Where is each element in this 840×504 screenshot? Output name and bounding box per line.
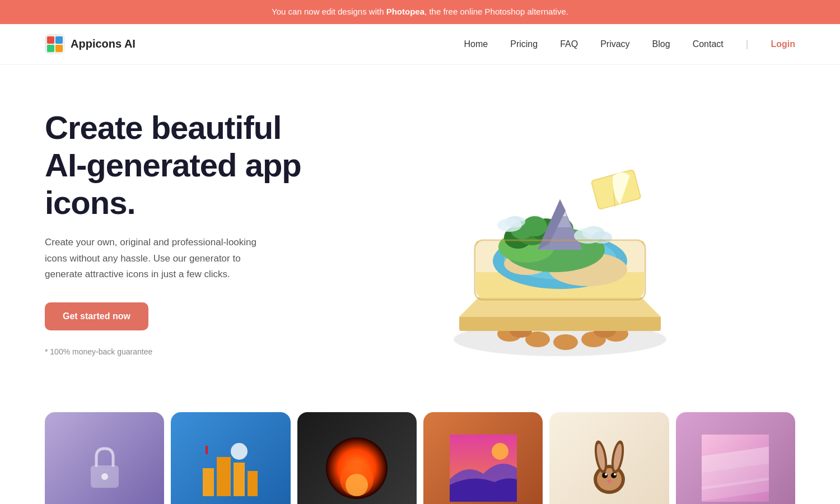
nav-divider: |: [746, 38, 749, 49]
hero-illustration: [426, 99, 694, 367]
hero-title-line1: Create beautiful: [45, 109, 281, 146]
sun-icon: [323, 435, 390, 502]
abstract-icon: [702, 435, 769, 502]
icon-card-5: [549, 412, 669, 505]
icons-strip: [0, 412, 840, 505]
svg-point-41: [346, 474, 368, 496]
icon-inner-2: [171, 412, 290, 505]
nav-link-privacy[interactable]: Privacy: [600, 39, 629, 49]
icon-card-3: [297, 412, 417, 505]
city-icon: [197, 435, 264, 502]
nav-link-blog[interactable]: Blog: [652, 39, 670, 49]
hero-left: Create beautiful AI-generated app icons.…: [45, 109, 325, 356]
money-back-text: * 100% money-back guarantee: [45, 347, 325, 356]
logo-text: Appicons AI: [71, 38, 136, 50]
svg-point-37: [231, 443, 248, 460]
hero-title-line2: AI-generated app icons.: [45, 147, 301, 221]
svg-point-32: [101, 473, 108, 480]
nav-link-home[interactable]: Home: [464, 39, 488, 49]
svg-point-51: [611, 473, 617, 478]
svg-rect-35: [234, 463, 245, 496]
bunny-icon: [581, 437, 637, 499]
logo-icon-cell: [47, 36, 54, 44]
icon-card-4: [423, 412, 543, 505]
svg-rect-38: [206, 446, 208, 454]
nav-link-pricing[interactable]: Pricing: [510, 39, 538, 49]
logo-icon-cell: [47, 45, 54, 52]
logo-icon: [45, 34, 65, 54]
banner-text-before: You can now edit designs with: [272, 7, 386, 16]
icon-card-2: [171, 412, 290, 505]
svg-point-43: [492, 443, 508, 460]
landscape-icon: [450, 435, 517, 502]
cta-button[interactable]: Get started now: [45, 302, 148, 330]
svg-rect-34: [217, 457, 231, 496]
svg-point-26: [497, 218, 522, 232]
svg-rect-36: [248, 471, 258, 496]
navbar: Appicons AI Home Pricing FAQ Privacy Blo…: [0, 24, 840, 65]
hero-subtitle: Create your own, original and profession…: [45, 235, 280, 282]
nav-links: Home Pricing FAQ Privacy Blog Contact | …: [464, 38, 795, 50]
svg-point-52: [605, 473, 607, 475]
hero-right: [325, 99, 795, 367]
nav-link-contact[interactable]: Contact: [693, 39, 724, 49]
icon-inner-6: [676, 412, 795, 505]
svg-point-21: [522, 216, 547, 236]
hero-title: Create beautiful AI-generated app icons.: [45, 109, 325, 221]
nav-link-faq[interactable]: FAQ: [560, 39, 578, 49]
svg-point-50: [602, 473, 608, 478]
icon-inner-4: [423, 412, 543, 505]
nav-link-login[interactable]: Login: [771, 39, 795, 49]
banner-text-after: , the free online Photoshop alternative.: [424, 7, 568, 16]
svg-point-53: [614, 473, 616, 475]
icon-card-6: [676, 412, 795, 505]
top-banner: You can now edit designs with Photopea, …: [0, 0, 840, 24]
logo-link[interactable]: Appicons AI: [45, 34, 136, 54]
icon-inner-3: [297, 412, 417, 505]
icon-inner-5: [549, 412, 669, 505]
icon-card-1: [45, 412, 164, 505]
hero-section: Create beautiful AI-generated app icons.…: [0, 65, 840, 412]
svg-point-3: [553, 334, 578, 350]
icon-inner-1: [45, 412, 164, 505]
svg-point-24: [592, 231, 612, 244]
banner-highlight: Photopea: [386, 7, 424, 16]
svg-rect-8: [459, 317, 661, 331]
logo-icon-cell: [55, 36, 63, 44]
lock-icon: [82, 440, 127, 496]
logo-icon-cell: [55, 45, 63, 52]
svg-point-54: [607, 479, 612, 483]
svg-rect-33: [203, 468, 214, 496]
